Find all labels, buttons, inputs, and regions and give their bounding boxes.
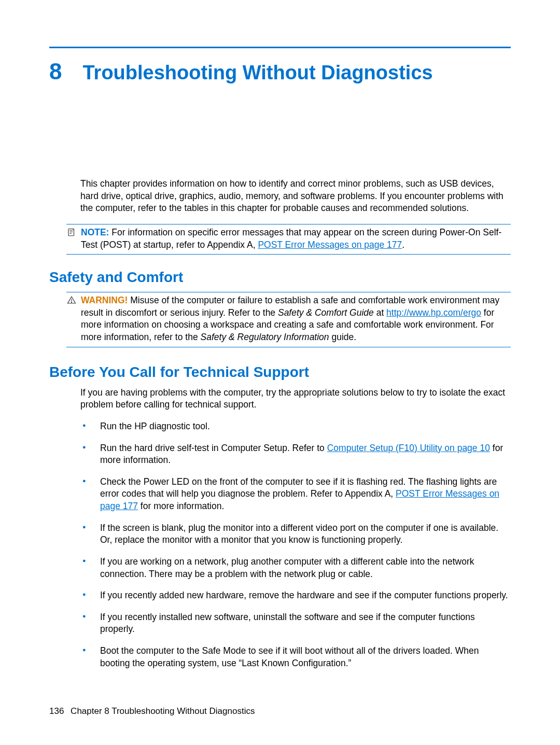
list-item: If you are working on a network, plug an…	[80, 556, 511, 580]
chapter-number: 8	[49, 59, 62, 85]
bullet-text: If you recently installed new software, …	[100, 612, 475, 635]
footer-label: Chapter 8 Troubleshooting Without Diagno…	[71, 706, 255, 716]
warning-text-2: at	[374, 307, 386, 318]
bullet-text: Run the HP diagnostic tool.	[100, 421, 210, 431]
chapter-heading: 8 Troubleshooting Without Diagnostics	[49, 59, 511, 85]
document-page: 8 Troubleshooting Without Diagnostics Th…	[0, 0, 560, 710]
list-item: If the screen is blank, plug the monitor…	[80, 522, 511, 546]
safety-heading: Safety and Comfort	[49, 269, 511, 286]
warning-italic-1: Safety & Comfort Guide	[278, 307, 374, 318]
bullet-text: Run the hard drive self-test in Computer…	[100, 443, 327, 453]
svg-rect-0	[68, 229, 74, 236]
list-item: Run the hard drive self-test in Computer…	[80, 442, 511, 467]
bullet-text: If you recently added new hardware, remo…	[100, 590, 508, 600]
bullet-text: Boot the computer to the Safe Mode to se…	[100, 645, 479, 668]
note-label: NOTE:	[81, 227, 109, 237]
list-item: Run the HP diagnostic tool.	[80, 420, 511, 433]
warning-text-4: guide.	[329, 332, 357, 342]
list-item: Check the Power LED on the front of the …	[80, 476, 511, 513]
support-bullet-list: Run the HP diagnostic tool. Run the hard…	[80, 420, 511, 669]
bullet-text: for more information.	[138, 501, 224, 511]
note-body: NOTE: For information on specific error …	[81, 227, 511, 251]
note-after: .	[402, 240, 404, 250]
page-footer: 136 Chapter 8 Troubleshooting Without Di…	[49, 706, 255, 716]
bullet-text: If you are working on a network, plug an…	[100, 556, 474, 579]
list-item: Boot the computer to the Safe Mode to se…	[80, 645, 511, 669]
note-icon	[66, 227, 77, 237]
support-intro: If you are having problems with the comp…	[80, 387, 511, 411]
warning-icon	[66, 294, 77, 305]
support-heading: Before You Call for Technical Support	[49, 364, 511, 381]
warning-body: WARNING! Misuse of the computer or failu…	[81, 294, 511, 344]
warning-italic-2: Safety & Regulatory Information	[201, 332, 329, 342]
intro-paragraph: This chapter provides information on how…	[80, 178, 511, 215]
top-rule	[49, 47, 511, 48]
bullet-link[interactable]: Computer Setup (F10) Utility on page 10	[327, 443, 490, 453]
chapter-title: Troubleshooting Without Diagnostics	[82, 62, 432, 84]
note-link[interactable]: POST Error Messages on page 177	[258, 240, 402, 250]
warning-label: WARNING!	[81, 295, 128, 305]
page-number: 136	[49, 706, 64, 716]
list-item: If you recently added new hardware, remo…	[80, 589, 511, 602]
warning-link[interactable]: http://www.hp.com/ergo	[386, 307, 481, 318]
svg-point-2	[71, 302, 72, 302]
list-item: If you recently installed new software, …	[80, 611, 511, 636]
bullet-text: If the screen is blank, plug the monitor…	[100, 523, 498, 545]
warning-callout: WARNING! Misuse of the computer or failu…	[66, 292, 511, 347]
note-callout: NOTE: For information on specific error …	[66, 224, 511, 255]
